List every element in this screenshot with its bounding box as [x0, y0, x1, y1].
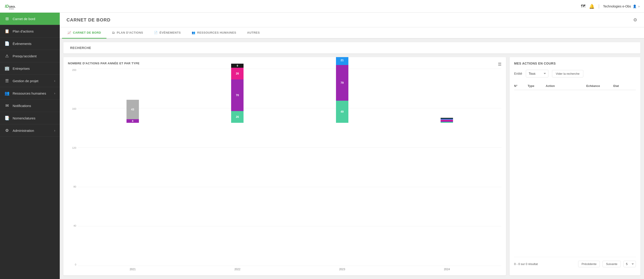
logo-area: ID GROUPE ID'EES [4, 2, 15, 10]
bar-stack-2024 [440, 118, 453, 123]
sidebar-label-nomenclatures: Nomenclatures [13, 116, 55, 120]
x-label-2021: 2021 [85, 268, 180, 271]
header-right: 🗺 🔔 | Technologies e-Obs 👤 › [581, 4, 640, 9]
logo-icon: ID GROUPE ID'EES [4, 2, 15, 10]
sidebar-item-evenements[interactable]: 📄 Évènements [0, 38, 60, 50]
prev-button[interactable]: Précédente [578, 261, 600, 267]
sidebar-icon-gestion-projet: ☰ [4, 78, 10, 83]
chart-title: NOMBRE D'ACTIONS PAR ANNÉE ET PAR TYPE [68, 62, 140, 65]
bar-seg-2023-2: 79 [336, 65, 348, 101]
bell-icon[interactable]: 🔔 [589, 4, 594, 9]
svg-text:ID'EES: ID'EES [9, 8, 14, 10]
col-type: Type [528, 84, 546, 88]
sidebar-icon-nomenclatures: 📑 [4, 116, 10, 121]
chart-menu-icon[interactable]: ☰ [498, 62, 502, 67]
tab-rh[interactable]: 👥 RESSOURCES HUMAINES [186, 27, 242, 39]
settings-icon[interactable]: ⚙ [633, 17, 637, 23]
y-label-200: 200 [72, 69, 76, 71]
tab-label-plan: PLAN D'ACTIONS [117, 31, 143, 34]
sidebar-item-ressources-humaines[interactable]: 👥 Ressources humaines › [0, 87, 60, 100]
bar-stack-2023: 49 79 21 8 [336, 57, 348, 123]
sidebar-arrow-gestion-projet: › [54, 79, 55, 83]
y-label-80: 80 [74, 185, 76, 188]
search-label: RECHERCHE [70, 46, 91, 50]
sidebar-label-carnet-de-bord: Carnet de bord [13, 17, 55, 21]
y-label-40: 40 [74, 224, 76, 227]
bar-stack-2022: 26 70 26 9 [231, 64, 244, 123]
right-panel: MES ACTIONS EN COURS Entité Tous Vider l… [510, 57, 640, 275]
header-divider: | [598, 4, 599, 9]
col-numero: N° [514, 84, 528, 88]
bars: 8 43 26 70 26 [78, 69, 502, 123]
sidebar-label-gestion-projet: Gestion de projet [13, 79, 54, 83]
bar-seg-2022-1: 26 [231, 111, 244, 123]
panels: NOMBRE D'ACTIONS PAR ANNÉE ET PAR TYPE ☰… [60, 54, 644, 279]
bar-stack-2021: 8 43 [126, 100, 139, 123]
y-label-0: 0 [75, 263, 76, 266]
tabs-bar: 📈 CARNET DE BORD 🗂 PLAN D'ACTIONS 📄 ÉVÈN… [60, 27, 644, 39]
top-header: ID GROUPE ID'EES 🗺 🔔 | Technologies e-Ob… [0, 0, 644, 13]
sidebar-item-gestion-projet[interactable]: ☰ Gestion de projet › [0, 75, 60, 87]
sidebar-label-evenements: Évènements [13, 42, 55, 46]
bar-seg-2022-2: 70 [231, 80, 244, 111]
sidebar-label-ressources-humaines: Ressources humaines [13, 91, 54, 95]
sidebar-icon-carnet-de-bord: ⊞ [4, 16, 10, 21]
x-label-2024: 2024 [399, 268, 495, 271]
sidebar-item-nomenclatures[interactable]: 📑 Nomenclatures [0, 112, 60, 124]
tab-label-autres: AUTRES [247, 31, 260, 34]
tab-carnet[interactable]: 📈 CARNET DE BORD [62, 27, 106, 39]
tab-label-evenements: ÉVÈNEMENTS [160, 31, 181, 34]
entity-label: Entité [514, 72, 522, 75]
bar-group-2023: 49 79 21 8 [294, 57, 390, 123]
sidebar-item-plan-actions[interactable]: 📋 Plan d'actions [0, 25, 60, 38]
header-user[interactable]: Technologies e-Obs 👤 › [603, 5, 640, 8]
table-header: N° Type Action Echéance Etat [514, 82, 636, 90]
chevron-right-icon: › [638, 5, 640, 8]
sidebar-icon-plan-actions: 📋 [4, 29, 10, 34]
entity-select[interactable]: Tous [526, 70, 548, 77]
tab-icon-carnet: 📈 [68, 31, 71, 34]
sidebar-icon-notifications: ✉ [4, 103, 10, 108]
bar-seg-2023-3: 21 [336, 57, 348, 65]
sidebar-label-plan-actions: Plan d'actions [13, 29, 55, 33]
pagination-row: 0 - 0 sur 0 résultat Précédente Suivante… [514, 257, 636, 271]
map-icon[interactable]: 🗺 [581, 4, 585, 9]
tab-autres[interactable]: AUTRES [242, 27, 265, 39]
page-size-select[interactable]: 5 10 25 50 [624, 261, 636, 267]
user-name: Technologies e-Obs [603, 5, 631, 8]
page-title: CARNET DE BORD [66, 17, 110, 23]
bar-group-2022: 26 70 26 9 [190, 64, 286, 123]
sidebar-item-entreprises[interactable]: 🏢 Entreprises [0, 62, 60, 75]
next-button[interactable]: Suivante [602, 261, 621, 267]
sidebar-label-entreprises: Entreprises [13, 67, 55, 70]
clear-search-button[interactable]: Vider la recherche [552, 70, 583, 77]
col-etat: Etat [613, 84, 636, 88]
bar-seg-2023-1: 49 [336, 101, 348, 123]
sidebar-label-notifications: Notifications [13, 104, 55, 108]
y-label-160: 160 [72, 107, 76, 110]
sidebar-item-administration[interactable]: ⚙ Administration › [0, 124, 60, 137]
chart-area: 200 160 120 80 40 0 [68, 69, 502, 271]
sidebar-arrow-administration: › [54, 129, 55, 132]
tab-evenements[interactable]: 📄 ÉVÈNEMENTS [148, 27, 186, 39]
bar-group-2024 [399, 118, 495, 123]
bar-seg-2022-4: 9 [231, 64, 244, 68]
main-layout: ⊞ Carnet de bord 📋 Plan d'actions 📄 Évèn… [0, 13, 644, 279]
chart-panel: NOMBRE D'ACTIONS PAR ANNÉE ET PAR TYPE ☰… [63, 57, 506, 275]
content-area: CARNET DE BORD ⚙ 📈 CARNET DE BORD 🗂 PLAN… [60, 13, 644, 279]
sidebar-label-administration: Administration [13, 129, 54, 133]
svg-text:ID: ID [5, 4, 9, 9]
sidebar-item-carnet-de-bord[interactable]: ⊞ Carnet de bord [0, 13, 60, 25]
table-body [514, 90, 636, 257]
bar-seg-2022-3: 26 [231, 68, 244, 80]
tab-plan[interactable]: 🗂 PLAN D'ACTIONS [106, 27, 148, 39]
tab-icon-rh: 👥 [192, 31, 196, 34]
sidebar-item-presquaccident[interactable]: ⚠ Presqu'accident [0, 50, 60, 62]
search-section: RECHERCHE [63, 42, 640, 54]
x-axis: 2021 2022 2023 2024 [68, 266, 502, 271]
sidebar-item-notifications[interactable]: ✉ Notifications [0, 100, 60, 112]
tab-label-carnet: CARNET DE BORD [73, 31, 101, 34]
sidebar-icon-ressources-humaines: 👥 [4, 91, 10, 96]
tab-label-rh: RESSOURCES HUMAINES [197, 31, 236, 34]
y-axis: 200 160 120 80 40 0 [68, 69, 78, 266]
